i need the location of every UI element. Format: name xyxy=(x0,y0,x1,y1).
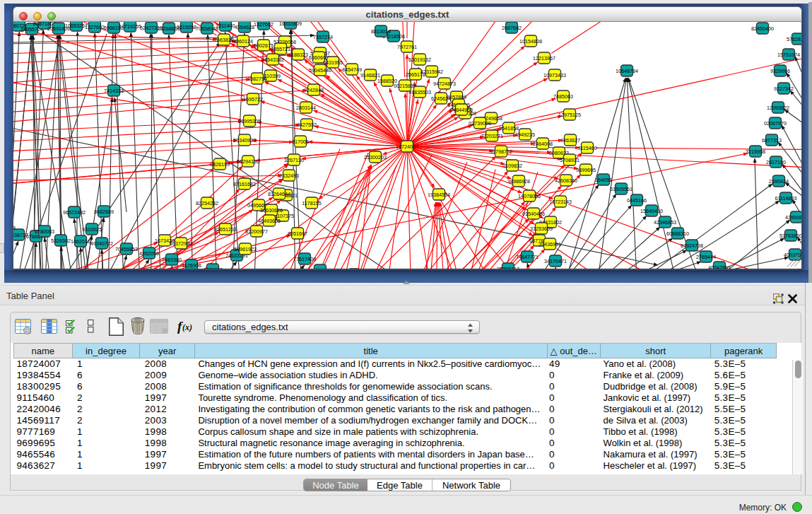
svg-text:65294130: 65294130 xyxy=(237,158,259,165)
svg-text:0826199: 0826199 xyxy=(210,161,230,168)
svg-text:87161682: 87161682 xyxy=(233,181,256,187)
svg-text:164095: 164095 xyxy=(595,177,612,183)
svg-text:(x): (x) xyxy=(182,322,192,332)
svg-text:1178155: 1178155 xyxy=(302,200,321,206)
svg-text:82450400: 82450400 xyxy=(751,25,774,32)
svg-text:49340722: 49340722 xyxy=(90,240,113,247)
svg-text:59045440: 59045440 xyxy=(309,67,331,74)
svg-text:01540486: 01540486 xyxy=(522,211,545,217)
svg-text:20340930: 20340930 xyxy=(233,137,256,144)
svg-text:19384554: 19384554 xyxy=(428,192,450,198)
svg-text:51505561: 51505561 xyxy=(610,186,632,192)
svg-text:36630626: 36630626 xyxy=(260,207,283,214)
svg-text:82651233: 82651233 xyxy=(214,226,237,233)
svg-text:10648784: 10648784 xyxy=(616,68,638,74)
svg-text:33253659: 33253659 xyxy=(530,226,553,232)
svg-text:99798732: 99798732 xyxy=(490,148,512,155)
svg-text:39436991: 39436991 xyxy=(539,241,561,247)
svg-text:34170471: 34170471 xyxy=(544,258,567,264)
svg-text:81264644: 81264644 xyxy=(268,191,290,197)
svg-text:71723143: 71723143 xyxy=(549,199,572,205)
svg-text:16543382: 16543382 xyxy=(261,57,284,63)
svg-text:2765444: 2765444 xyxy=(696,254,716,260)
svg-text:77617409: 77617409 xyxy=(293,256,316,262)
svg-text:12093822: 12093822 xyxy=(767,105,789,111)
svg-text:3215958: 3215958 xyxy=(746,148,765,155)
svg-text:20707413: 20707413 xyxy=(497,266,519,270)
svg-text:5708931: 5708931 xyxy=(560,157,579,163)
svg-text:8427552: 8427552 xyxy=(297,122,317,128)
svg-text:7485063: 7485063 xyxy=(553,93,573,100)
svg-text:87200977: 87200977 xyxy=(245,228,268,235)
svg-text:02067970: 02067970 xyxy=(764,120,787,127)
svg-text:38986928: 38986928 xyxy=(507,178,530,185)
svg-text:9899695: 9899695 xyxy=(576,167,596,173)
svg-text:82254282: 82254282 xyxy=(196,200,218,206)
svg-text:12213967: 12213967 xyxy=(533,55,555,62)
svg-text:43900847: 43900847 xyxy=(785,214,802,221)
svg-text:10154808: 10154808 xyxy=(519,38,542,45)
svg-text:18724007: 18724007 xyxy=(396,144,418,150)
svg-text:5326502: 5326502 xyxy=(51,238,71,244)
svg-text:74847771: 74847771 xyxy=(516,254,539,260)
svg-text:8186323: 8186323 xyxy=(288,52,308,58)
svg-text:10973433: 10973433 xyxy=(543,72,566,78)
svg-text:4126906: 4126906 xyxy=(182,262,201,269)
svg-text:9242848: 9242848 xyxy=(304,87,324,93)
svg-text:02739000: 02739000 xyxy=(469,120,491,127)
svg-text:4352056: 4352056 xyxy=(139,250,159,257)
svg-text:1311440: 1311440 xyxy=(216,23,235,29)
svg-text:12975125: 12975125 xyxy=(558,112,581,118)
svg-text:0109832: 0109832 xyxy=(502,163,522,169)
svg-text:917006: 917006 xyxy=(292,139,309,145)
svg-text:69372930: 69372930 xyxy=(170,240,192,247)
svg-text:6780083: 6780083 xyxy=(35,228,54,235)
svg-text:8051697: 8051697 xyxy=(288,230,307,237)
svg-text:14078066: 14078066 xyxy=(518,193,541,199)
svg-text:2464008: 2464008 xyxy=(533,141,553,147)
svg-text:0431955: 0431955 xyxy=(323,59,343,66)
svg-text:53783830: 53783830 xyxy=(779,233,802,239)
svg-text:57628331: 57628331 xyxy=(787,36,802,42)
svg-text:2687682: 2687682 xyxy=(502,25,522,31)
svg-text:50961923: 50961923 xyxy=(234,246,257,252)
svg-text:70455853: 70455853 xyxy=(115,246,138,252)
svg-text:40718818: 40718818 xyxy=(13,225,16,231)
svg-text:72203271: 72203271 xyxy=(481,133,503,139)
svg-text:2803144: 2803144 xyxy=(296,105,316,111)
svg-text:46347861: 46347861 xyxy=(708,264,731,270)
svg-text:6949235: 6949235 xyxy=(515,132,535,138)
svg-text:8682889: 8682889 xyxy=(94,209,114,215)
svg-text:9227342: 9227342 xyxy=(774,86,794,92)
svg-text:31925449: 31925449 xyxy=(309,267,331,270)
svg-text:67924708: 67924708 xyxy=(681,243,703,249)
svg-text:04844950: 04844950 xyxy=(450,107,473,113)
svg-text:2332493: 2332493 xyxy=(279,173,299,179)
svg-text:5515058: 5515058 xyxy=(177,24,196,30)
svg-text:9115460: 9115460 xyxy=(577,145,596,151)
svg-text:9463627: 9463627 xyxy=(560,137,580,144)
svg-text:7663822: 7663822 xyxy=(214,37,234,43)
svg-text:49835503: 49835503 xyxy=(408,89,431,95)
svg-text:8960124: 8960124 xyxy=(233,38,253,45)
svg-text:01995305: 01995305 xyxy=(238,118,261,124)
svg-text:1695722: 1695722 xyxy=(243,96,263,103)
svg-text:16033809: 16033809 xyxy=(279,22,302,27)
svg-text:2390424: 2390424 xyxy=(769,178,789,185)
svg-text:9329966: 9329966 xyxy=(770,68,790,74)
svg-text:2817180: 2817180 xyxy=(766,159,786,165)
svg-text:15640410: 15640410 xyxy=(640,208,663,214)
svg-text:6877313: 6877313 xyxy=(762,137,782,144)
svg-text:96572492: 96572492 xyxy=(63,209,86,216)
svg-text:4264628: 4264628 xyxy=(235,24,254,30)
svg-text:9310025: 9310025 xyxy=(82,226,102,233)
svg-text:4431982: 4431982 xyxy=(203,267,223,270)
svg-text:60688310: 60688310 xyxy=(666,230,689,237)
svg-text:1327602: 1327602 xyxy=(254,22,273,28)
svg-text:00215810: 00215810 xyxy=(394,83,416,89)
svg-text:42608340: 42608340 xyxy=(555,177,577,184)
svg-text:10719155: 10719155 xyxy=(119,23,141,30)
svg-text:3267130: 3267130 xyxy=(284,157,304,163)
svg-text:1327602: 1327602 xyxy=(85,24,105,30)
svg-text:70658948: 70658948 xyxy=(196,25,218,32)
